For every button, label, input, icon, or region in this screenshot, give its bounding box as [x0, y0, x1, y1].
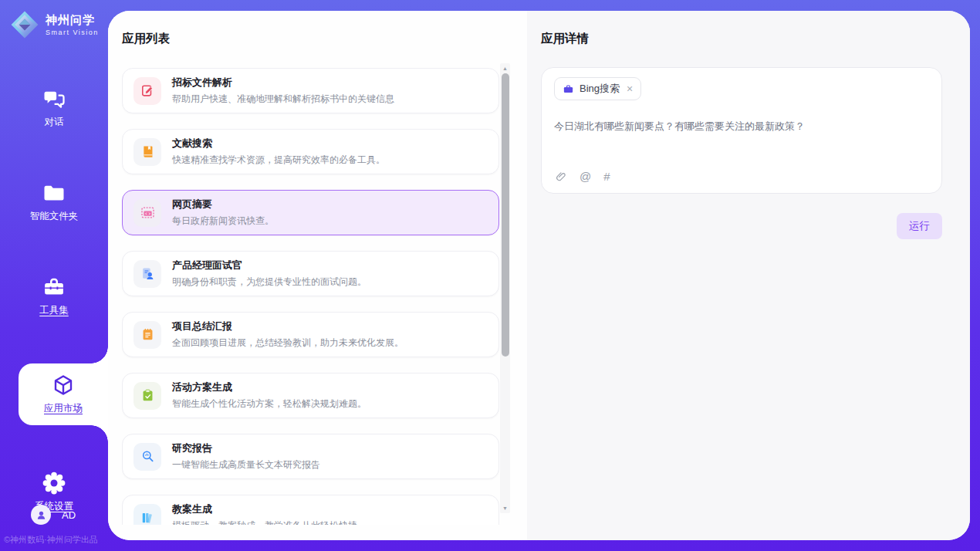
- app-card[interactable]: 活动方案生成 智能生成个性化活动方案，轻松解决规划难题。: [122, 373, 499, 418]
- run-row: 运行: [541, 213, 942, 239]
- plan-icon: [133, 382, 161, 410]
- brand-tagline: Smart Vision: [46, 29, 99, 36]
- app-card-desc: 快速精准查找学术资源，提高研究效率的必备工具。: [172, 154, 385, 167]
- app-card-desc: 模板驱动，教案秒成，教学准备从此轻松快捷: [172, 519, 357, 525]
- scrollbar[interactable]: ▲ ▼: [500, 63, 510, 513]
- sidebar-item-market[interactable]: 应用市场: [19, 363, 108, 425]
- sidebar-item-label: 智能文件夹: [30, 210, 79, 223]
- app-card-title: 网页摘要: [172, 198, 274, 211]
- scrollbar-thumb[interactable]: [502, 73, 509, 357]
- app-card-desc: 帮助用户快速、准确地理解和解析招标书中的关键信息: [172, 93, 394, 106]
- app-card-title: 产品经理面试官: [172, 259, 367, 272]
- sidebar-item-label: 对话: [45, 116, 64, 129]
- app-card[interactable]: 招标文件解析 帮助用户快速、准确地理解和解析招标书中的关键信息: [122, 68, 499, 113]
- app-card-title: 活动方案生成: [172, 380, 367, 394]
- prompt-text[interactable]: 今日湖北有哪些新闻要点？有哪些需要关注的最新政策？: [554, 120, 929, 134]
- app-card[interactable]: 研究报告 一键智能生成高质量长文本研究报告: [122, 434, 499, 479]
- composer-card: Bing搜索 × 今日湖北有哪些新闻要点？有哪些需要关注的最新政策？ @ #: [541, 67, 942, 194]
- sidebar: 神州问学 Smart Vision 对话 智能文件夹 工具集 应用市场 系统设置: [0, 0, 108, 551]
- brand-name: 神州问学: [46, 13, 99, 28]
- doc-edit-icon: [133, 77, 161, 105]
- app-detail-pane: 应用详情 Bing搜索 × 今日湖北有哪些新闻要点？有哪些需要关注的最新政策？ …: [527, 11, 970, 540]
- web-summary-icon: [133, 199, 161, 227]
- user-initials: AD: [62, 509, 76, 521]
- main-panel: 应用列表 招标文件解析 帮助用户快速、准确地理解和解析招标书中的关键信息 文献搜…: [108, 11, 970, 540]
- avatar: [31, 505, 51, 525]
- brand-gem-icon: [10, 10, 39, 39]
- app-card[interactable]: 网页摘要 每日政府新闻资讯快查。: [122, 190, 499, 235]
- app-card-title: 项目总结汇报: [172, 319, 404, 333]
- app-card-desc: 全面回顾项目进展，总结经验教训，助力未来优化发展。: [172, 336, 404, 350]
- scroll-down-icon[interactable]: ▼: [500, 503, 510, 513]
- cube-icon: [52, 374, 75, 397]
- paperclip-icon[interactable]: [555, 171, 567, 183]
- app-card-list: 招标文件解析 帮助用户快速、准确地理解和解析招标书中的关键信息 文献搜索 快速精…: [122, 68, 499, 525]
- chip-close-icon[interactable]: ×: [627, 83, 633, 94]
- scroll-up-icon[interactable]: ▲: [500, 63, 510, 73]
- app-card-desc: 明确身份和职责，为您提供专业性的面试问题。: [172, 276, 367, 289]
- sidebar-item-tools[interactable]: 工具集: [0, 269, 108, 323]
- app-detail-title: 应用详情: [541, 31, 943, 47]
- sidebar-item-label: 应用市场: [44, 402, 83, 415]
- app-card-desc: 智能生成个性化活动方案，轻松解决规划难题。: [172, 397, 367, 411]
- app-card-title: 教案生成: [172, 502, 357, 516]
- app-card-desc: 每日政府新闻资讯快查。: [172, 215, 274, 228]
- composer-toolbar: @ #: [555, 170, 610, 183]
- user-profile[interactable]: AD: [0, 505, 108, 525]
- book-icon: [133, 138, 161, 166]
- tab-curve-bottom: [91, 425, 108, 442]
- folder-icon: [42, 181, 66, 205]
- tab-curve-top: [91, 346, 108, 363]
- app-card[interactable]: 项目总结汇报 全面回顾项目进展，总结经验教训，助力未来优化发展。: [122, 312, 499, 357]
- lesson-icon: [133, 504, 161, 526]
- notebook-icon: [133, 321, 161, 349]
- tool-chip-bing[interactable]: Bing搜索 ×: [554, 77, 641, 100]
- sidebar-item-chat[interactable]: 对话: [0, 81, 108, 135]
- gear-icon: [42, 472, 66, 495]
- app-card-title: 招标文件解析: [172, 76, 394, 90]
- toolbox-icon: [42, 276, 66, 299]
- sidebar-item-label: 工具集: [39, 304, 69, 317]
- copyright: ©神州数码·神州问学出品: [4, 534, 98, 546]
- sidebar-item-folders[interactable]: 智能文件夹: [0, 175, 108, 229]
- person-icon: [35, 509, 47, 521]
- interview-icon: [133, 260, 161, 288]
- brand-logo: 神州问学 Smart Vision: [0, 0, 108, 39]
- app-card[interactable]: 文献搜索 快速精准查找学术资源，提高研究效率的必备工具。: [122, 129, 499, 174]
- app-card-title: 文献搜索: [172, 137, 385, 150]
- app-card[interactable]: 教案生成 模板驱动，教案秒成，教学准备从此轻松快捷: [122, 495, 499, 525]
- tool-chip-label: Bing搜索: [580, 82, 620, 96]
- app-card[interactable]: 产品经理面试官 明确身份和职责，为您提供专业性的面试问题。: [122, 251, 499, 296]
- app-card-title: 研究报告: [172, 441, 320, 455]
- app-list-pane: 应用列表 招标文件解析 帮助用户快速、准确地理解和解析招标书中的关键信息 文献搜…: [108, 11, 527, 540]
- app-list-title: 应用列表: [122, 31, 527, 47]
- app-card-desc: 一键智能生成高质量长文本研究报告: [172, 458, 320, 472]
- hash-icon[interactable]: #: [603, 170, 610, 183]
- run-button[interactable]: 运行: [897, 213, 942, 239]
- research-icon: [133, 443, 161, 471]
- chat-icon: [42, 87, 66, 110]
- sidebar-nav: 对话 智能文件夹 工具集 应用市场 系统设置: [0, 81, 108, 519]
- at-icon[interactable]: @: [580, 170, 591, 183]
- briefcase-icon: [563, 83, 574, 95]
